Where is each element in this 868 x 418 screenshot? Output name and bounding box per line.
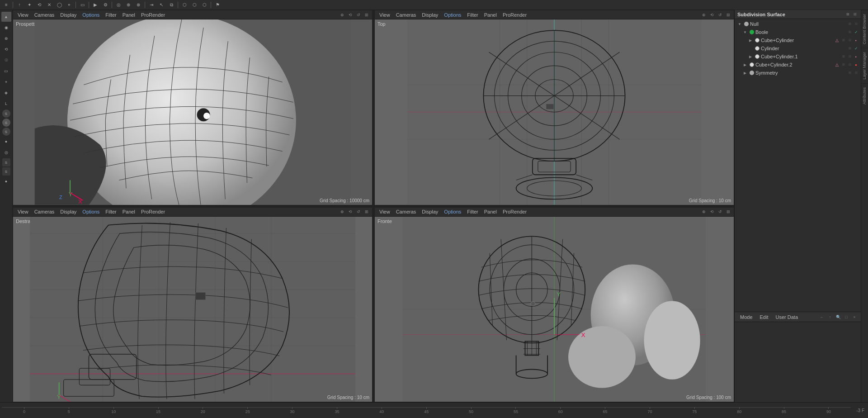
attr-icon-window[interactable]: □: [843, 314, 850, 321]
vp-tl-menu-prorender[interactable]: ProRender: [138, 11, 168, 19]
obj-cc-expand[interactable]: ▶: [747, 37, 754, 43]
obj-cc2-icon-render[interactable]: ⊟: [847, 62, 853, 68]
toolbar-icon-render1[interactable]: ◎: [114, 0, 123, 10]
obj-cc2-expand[interactable]: ▶: [742, 62, 748, 68]
toolbar-icon-render3[interactable]: ⊗: [134, 0, 143, 10]
obj-item-cube-cyl-2[interactable]: ▶ Cube+Cylinder.2 △ ⊞ ⊟ ●: [735, 61, 861, 69]
tool-select[interactable]: ▲: [1, 12, 11, 22]
vp-bl-icon-2[interactable]: ⟲: [347, 208, 354, 215]
obj-cc-icon-dots[interactable]: ⊟: [847, 38, 853, 43]
vp-tr-menu-display[interactable]: Display: [419, 11, 441, 19]
vp-bl-menu-view[interactable]: View: [15, 208, 31, 216]
obj-item-symmetry[interactable]: ▶ Symmetry ⊞ ⊟: [735, 69, 861, 77]
toolbar-icon-hex1[interactable]: ⬡: [180, 0, 189, 10]
vp-tl-icon-3[interactable]: ↺: [355, 11, 362, 19]
tool-s2[interactable]: S: [2, 119, 10, 127]
vp-br-menu-view[interactable]: View: [377, 208, 393, 216]
vp-tl-icon-1[interactable]: ⊕: [339, 11, 346, 19]
vp-br-menu-options[interactable]: Options: [441, 208, 464, 216]
toolbar-icon-cursor[interactable]: ↖: [157, 0, 166, 10]
obj-cc1-icon-vis[interactable]: ⊞: [840, 54, 846, 60]
vp-tr-menu-filter[interactable]: Filter: [464, 11, 481, 19]
obj-boole-expand[interactable]: ▼: [742, 29, 748, 35]
tool-line[interactable]: L: [1, 99, 11, 109]
obj-item-null[interactable]: ▼ Null ⊞ ⊟: [735, 20, 861, 28]
obj-cyl-icon-vis[interactable]: ⊞: [847, 46, 853, 52]
vp-tr-menu-options[interactable]: Options: [441, 11, 464, 19]
vp-tr-icon-4[interactable]: ⊞: [725, 11, 732, 19]
vp-tl-menu-display[interactable]: Display: [57, 11, 79, 19]
obj-cc2-icon-color[interactable]: ●: [853, 62, 859, 68]
vp-bl-menu-display[interactable]: Display: [57, 208, 79, 216]
toolbar-icon-menu[interactable]: ≡: [2, 0, 11, 10]
toolbar-icon-link[interactable]: ⧉: [167, 0, 176, 10]
obj-cc1-icon-color[interactable]: ▪: [853, 54, 859, 60]
attr-icon-search[interactable]: 🔍: [835, 314, 842, 321]
vp-br-menu-filter[interactable]: Filter: [464, 208, 481, 216]
tool-rotate[interactable]: ⟲: [1, 44, 11, 54]
obj-cc1-expand[interactable]: ▶: [747, 53, 754, 60]
vp-bl-icon-3[interactable]: ↺: [355, 208, 362, 215]
toolbar-icon-flag[interactable]: ⚑: [213, 0, 222, 10]
om-icon-2[interactable]: ⊟: [852, 11, 858, 18]
toolbar-icon-3[interactable]: ⟲: [35, 0, 44, 10]
tool-camera[interactable]: ☉: [1, 55, 11, 65]
vp-tl-menu-filter[interactable]: Filter: [103, 11, 119, 19]
toolbar-icon-2[interactable]: ✦: [25, 0, 34, 10]
toolbar-icon-6[interactable]: ⌖: [65, 0, 74, 10]
toolbar-icon-render2[interactable]: ⊕: [124, 0, 133, 10]
obj-item-cube-cyl-1[interactable]: ▶ Cube+Cylinder.1 ⊞ ⊟ ▪: [735, 52, 861, 61]
obj-sym-icon-render[interactable]: ⊟: [853, 70, 859, 76]
vp-br-menu-panel[interactable]: Panel: [481, 208, 500, 216]
tool-ring[interactable]: ◎: [1, 147, 11, 157]
tool-s5[interactable]: S: [2, 167, 10, 176]
obj-item-cube-cyl[interactable]: ▶ Cube+Cylinder △ ⊞ ⊟ ▪: [735, 36, 861, 44]
toolbar-icon-hex3[interactable]: ⬡: [200, 0, 209, 10]
tool-rect[interactable]: ▭: [1, 66, 11, 76]
vp-tr-menu-panel[interactable]: Panel: [481, 11, 500, 19]
obj-cc-icon-color[interactable]: ▪: [853, 38, 859, 43]
vp-tl-menu-options[interactable]: Options: [80, 11, 102, 19]
attr-icon-close[interactable]: ×: [851, 314, 858, 321]
vp-tl-menu-panel[interactable]: Panel: [120, 11, 138, 19]
toolbar-icon-5[interactable]: ◯: [55, 0, 64, 10]
tool-dot1[interactable]: ●: [1, 137, 11, 147]
vp-bl-icon-4[interactable]: ⊞: [363, 208, 370, 215]
vp-tl-icon-4[interactable]: ⊞: [363, 11, 370, 19]
vp-tr-icon-1[interactable]: ⊕: [700, 11, 708, 19]
obj-cc-icon-vis[interactable]: ⊞: [840, 38, 846, 43]
vp-bl-menu-options[interactable]: Options: [80, 208, 102, 216]
toolbar-icon-settings[interactable]: ⚙: [101, 0, 110, 10]
tool-s3[interactable]: S: [2, 128, 10, 136]
attr-menu-edit[interactable]: Edit: [757, 313, 771, 322]
obj-sym-expand[interactable]: ▶: [742, 70, 748, 76]
vp-tl-icon-2[interactable]: ⟲: [347, 11, 354, 19]
obj-boole-icon-check[interactable]: ✓: [853, 29, 859, 35]
vp-tr-icon-2[interactable]: ⟲: [708, 11, 716, 19]
obj-null-icon-vis[interactable]: ⊞: [847, 21, 853, 27]
toolbar-icon-play[interactable]: ▶: [91, 0, 100, 10]
tool-s4[interactable]: S: [2, 158, 10, 166]
vp-tr-menu-cameras[interactable]: Cameras: [393, 11, 419, 19]
obj-null-expand[interactable]: ▼: [736, 21, 743, 27]
side-tab-content-browser[interactable]: Content Browser: [861, 10, 868, 48]
om-icon-1[interactable]: ⊞: [844, 11, 851, 18]
toolbar-icon-hex2[interactable]: ⬡: [190, 0, 199, 10]
tool-scale[interactable]: ⊕: [1, 33, 11, 43]
obj-sym-icon-vis[interactable]: ⊞: [847, 70, 853, 76]
obj-cc1-icon-render[interactable]: ⊟: [847, 54, 853, 60]
vp-perspective-canvas[interactable]: Prospettiva Default Camera ●: [13, 19, 372, 205]
vp-br-menu-display[interactable]: Display: [419, 208, 441, 216]
vp-top-canvas[interactable]: Top: [375, 19, 734, 205]
tool-paint[interactable]: ◈: [1, 88, 11, 98]
obj-boole-icon-vis[interactable]: ⊞: [847, 29, 853, 35]
toolbar-icon-move[interactable]: ⇥: [147, 0, 156, 10]
obj-item-cylinder[interactable]: Cylinder ⊞ ✓: [735, 44, 861, 52]
toolbar-icon-1[interactable]: ↑: [15, 0, 24, 10]
attr-icon-back[interactable]: ←: [818, 314, 826, 321]
vp-bl-menu-panel[interactable]: Panel: [120, 208, 138, 216]
attr-icon-up[interactable]: ↑: [826, 314, 834, 321]
vp-br-menu-prorender[interactable]: ProRender: [500, 208, 529, 216]
side-tab-layer-manager[interactable]: Layer Manager: [861, 48, 868, 83]
vp-tr-menu-prorender[interactable]: ProRender: [500, 11, 529, 19]
